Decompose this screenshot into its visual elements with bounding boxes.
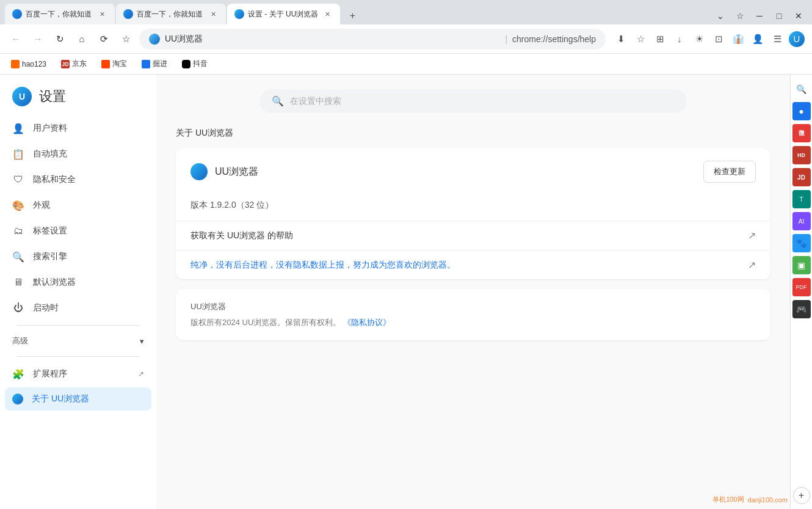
sidebar-appearance-label: 外观 xyxy=(33,200,50,211)
tabs-nav-icon: 🗂 xyxy=(12,225,24,237)
menu-icon[interactable]: ☰ xyxy=(769,31,785,47)
tab-3-favicon xyxy=(234,9,244,19)
refresh-button[interactable]: ↻ xyxy=(51,31,68,48)
right-add-button[interactable]: + xyxy=(793,487,810,504)
right-hd-icon[interactable]: HD xyxy=(792,146,811,164)
right-green-icon[interactable]: ▣ xyxy=(792,256,811,274)
minimize-button[interactable]: ─ xyxy=(751,7,768,24)
extension-nav-icon: 🧩 xyxy=(12,368,24,380)
screen-icon[interactable]: ⊡ xyxy=(711,31,727,47)
home-button[interactable]: ⌂ xyxy=(73,31,90,48)
content-area: 🔍 在设置中搜索 关于 UU浏览器 UU浏览器 检查更新 版本 1.9.2.0（… xyxy=(156,75,790,509)
profile-nav-icon: 👤 xyxy=(12,122,24,134)
tab-bar: 百度一下，你就知道 ✕ 百度一下，你就知道 ✕ 设置 - 关于 UU浏览器 ✕ … xyxy=(0,0,812,24)
sidebar-item-default-browser[interactable]: 🖥 默认浏览器 xyxy=(5,270,151,295)
advanced-label: 高级 xyxy=(12,335,28,346)
sidebar-tabs-label: 标签设置 xyxy=(33,225,67,236)
tab-3-close[interactable]: ✕ xyxy=(322,9,333,20)
right-game-icon[interactable]: 🎮 xyxy=(792,300,811,318)
privacy-nav-icon: 🛡 xyxy=(12,174,24,186)
bookmark-jd[interactable]: JD 京东 xyxy=(57,57,90,70)
new-tab-button[interactable]: + xyxy=(344,7,361,24)
settings-search[interactable]: 🔍 在设置中搜索 xyxy=(259,89,687,113)
sidebar-item-search[interactable]: 🔍 搜索引擎 xyxy=(5,244,151,269)
bookmark-juejin[interactable]: 掘进 xyxy=(138,57,171,70)
history-button[interactable]: ⟳ xyxy=(95,31,112,48)
search-nav-icon: 🔍 xyxy=(12,251,24,263)
footer-copyright: 版权所有2024 UU浏览器。保留所有权利。 《隐私协议》 xyxy=(190,317,756,328)
browser-card-name: UU浏览器 xyxy=(215,166,258,178)
sidebar-item-autofill[interactable]: 📋 自动填充 xyxy=(5,142,151,166)
bookmark-hao123[interactable]: hao123 xyxy=(7,59,50,70)
sidebar-startup-label: 启动时 xyxy=(33,302,59,313)
sidebar-divider-2 xyxy=(17,356,139,357)
privacy-link-row[interactable]: 纯净，没有后台进程，没有隐私数据上报，努力成为您喜欢的浏览器。 ↗ xyxy=(176,251,770,279)
extension-external-icon: ↗ xyxy=(138,370,144,378)
uu-logo-icon[interactable]: U xyxy=(789,31,805,47)
sidebar-item-profile[interactable]: 👤 用户资料 xyxy=(5,116,151,141)
address-logo xyxy=(149,34,160,45)
tab-1[interactable]: 百度一下，你就知道 ✕ xyxy=(5,4,115,24)
right-pdf-icon[interactable]: PDF xyxy=(792,278,811,296)
privacy-agreement-link[interactable]: 《隐私协议》 xyxy=(343,318,391,327)
footer-title: UU浏览器 xyxy=(190,301,756,312)
right-sidebar: 🔍 ● 微 HD JD T AI 🐾 ▣ PDF 🎮 + xyxy=(790,75,812,509)
right-ai-icon[interactable]: AI xyxy=(792,212,811,230)
sidebar-item-extensions[interactable]: 🧩 扩展程序 ↗ xyxy=(5,362,151,386)
sidebar-item-tabs[interactable]: 🗂 标签设置 xyxy=(5,219,151,243)
apps-icon[interactable]: ⊞ xyxy=(652,31,668,47)
tab-2-favicon xyxy=(123,9,133,19)
bookmark-star[interactable]: ☆ xyxy=(117,31,134,48)
right-teal-icon[interactable]: T xyxy=(792,190,811,208)
right-search-icon[interactable]: 🔍 xyxy=(792,80,811,98)
right-baidu-icon[interactable]: 🐾 xyxy=(792,234,811,252)
right-jd-icon[interactable]: JD xyxy=(792,168,811,186)
maximize-button[interactable]: □ xyxy=(770,7,788,24)
tab-2[interactable]: 百度一下，你就知道 ✕ xyxy=(116,4,226,24)
sidebar-title: 设置 xyxy=(39,87,66,106)
forward-button[interactable]: → xyxy=(29,31,46,48)
tab-list-button[interactable]: ⌄ xyxy=(712,7,729,24)
bookmark-taobao[interactable]: 淘宝 xyxy=(98,57,131,70)
sidebar-autofill-label: 自动填充 xyxy=(33,148,67,159)
right-weibo-icon[interactable]: 微 xyxy=(792,124,811,142)
sidebar-item-about[interactable]: 关于 UU浏览器 xyxy=(5,387,151,411)
download-icon[interactable]: ⬇ xyxy=(613,31,629,47)
help-external-icon: ↗ xyxy=(748,230,756,241)
card-header: UU浏览器 检查更新 xyxy=(176,148,770,195)
sidebar-item-privacy[interactable]: 🛡 隐私和安全 xyxy=(5,167,151,192)
autofill-nav-icon: 📋 xyxy=(12,148,24,160)
sidebar-divider-1 xyxy=(17,325,139,326)
sidebar-logo: U xyxy=(12,87,32,106)
tab-2-close[interactable]: ✕ xyxy=(208,9,219,20)
sidebar-item-startup[interactable]: ⏻ 启动时 xyxy=(5,296,151,320)
browser-chrome: 百度一下，你就知道 ✕ 百度一下，你就知道 ✕ 设置 - 关于 UU浏览器 ✕ … xyxy=(0,0,812,509)
help-link-row[interactable]: 获取有关 UU浏览器 的帮助 ↗ xyxy=(176,221,770,251)
back-button[interactable]: ← xyxy=(7,31,24,48)
bookmark-douyin[interactable]: 抖音 xyxy=(178,57,211,70)
address-input[interactable]: UU浏览器 | chrome://settings/help xyxy=(139,29,606,49)
tab-1-close[interactable]: ✕ xyxy=(96,9,107,20)
pin-button[interactable]: ☆ xyxy=(731,7,749,24)
browser-name-label: UU浏览器 xyxy=(165,34,500,45)
sun-icon[interactable]: ☀ xyxy=(691,31,707,47)
star-icon[interactable]: ☆ xyxy=(633,31,648,47)
taobao-favicon xyxy=(101,60,110,68)
close-button[interactable]: ✕ xyxy=(790,7,807,24)
sidebar-header: U 设置 xyxy=(0,75,156,116)
sidebar-advanced[interactable]: 高级 ▾ xyxy=(5,331,151,351)
right-blue-icon[interactable]: ● xyxy=(792,102,811,120)
download-alt-icon[interactable]: ↓ xyxy=(672,31,687,47)
check-update-button[interactable]: 检查更新 xyxy=(703,161,756,183)
version-info: 版本 1.9.2.0（32 位） xyxy=(176,195,770,221)
shirt-icon[interactable]: 👔 xyxy=(730,31,746,47)
profile-icon[interactable]: 👤 xyxy=(750,31,766,47)
toolbar-icons: ⬇ ☆ ⊞ ↓ ☀ ⊡ 👔 👤 ☰ U xyxy=(613,31,805,47)
tab-3[interactable]: 设置 - 关于 UU浏览器 ✕ xyxy=(227,4,340,24)
about-nav-icon xyxy=(12,394,23,405)
tab-controls: ⌄ ☆ ─ □ ✕ xyxy=(712,7,807,24)
sidebar-item-appearance[interactable]: 🎨 外观 xyxy=(5,193,151,218)
privacy-link-text: 纯净，没有后台进程，没有隐私数据上报，努力成为您喜欢的浏览器。 xyxy=(190,260,455,271)
startup-nav-icon: ⏻ xyxy=(12,302,24,314)
address-bar: ← → ↻ ⌂ ⟳ ☆ UU浏览器 | chrome://settings/he… xyxy=(0,24,812,54)
